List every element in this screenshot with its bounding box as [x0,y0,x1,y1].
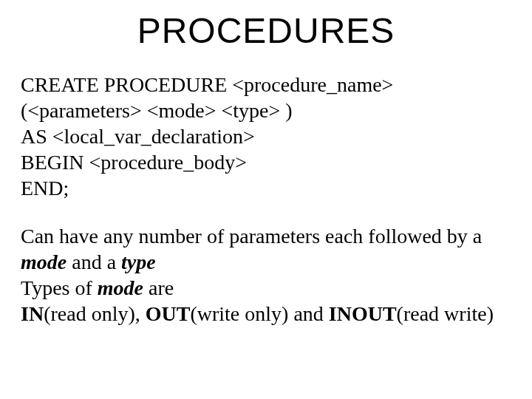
code-line-3: AS <local_var_declaration> [21,123,511,149]
description-block: Can have any number of parameters each f… [21,223,511,327]
code-line-2: (<parameters> <mode> <type> ) [21,98,511,123]
out-keyword: OUT [146,302,191,325]
in-keyword: IN [21,302,44,325]
page-title: PROCEDURES [21,10,511,51]
desc-text: are [143,276,174,299]
type-term: type [121,250,156,273]
desc-text: and a [66,250,121,273]
desc-text: Can have any number of parameters each f… [21,225,482,248]
mode-term: mode [21,250,66,273]
desc-text: (write only) and [190,302,328,325]
code-line-1: CREATE PROCEDURE <procedure_name> [21,72,511,98]
mode-term: mode [98,276,143,299]
desc-text: (read write) [397,302,494,325]
slide: PROCEDURES CREATE PROCEDURE <procedure_n… [0,0,532,399]
desc-text: (read only), [44,302,146,325]
code-line-4: BEGIN <procedure_body> [21,149,511,175]
syntax-block: CREATE PROCEDURE <procedure_name> (<para… [21,72,511,201]
inout-keyword: INOUT [329,302,397,325]
desc-text: Types of [21,276,98,299]
code-line-5: END; [21,175,511,201]
